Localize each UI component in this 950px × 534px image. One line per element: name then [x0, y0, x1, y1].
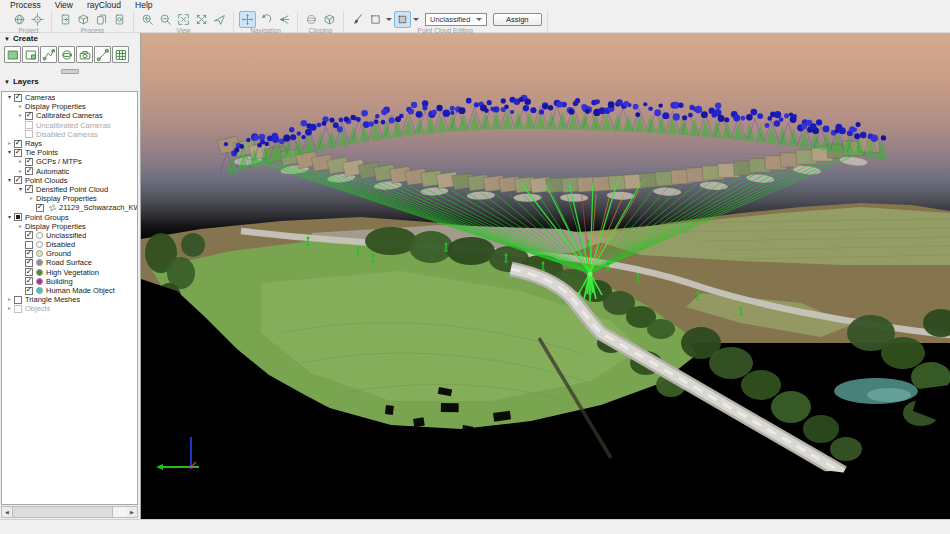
expander-icon[interactable]: ▸: [16, 111, 25, 120]
zoom-out-icon[interactable]: [157, 11, 174, 28]
layer-item-cameras[interactable]: ▾✓Cameras: [2, 93, 137, 102]
layer-checkbox[interactable]: ✓: [36, 204, 44, 212]
clip-sphere-icon[interactable]: [303, 11, 320, 28]
menu-view[interactable]: View: [48, 0, 80, 11]
expander-icon[interactable]: ▸: [27, 194, 36, 203]
layer-item-gcps-mtps[interactable]: ▸✓GCPs / MTPs: [2, 157, 137, 166]
layer-item-tie-points[interactable]: ▾✓Tie Points: [2, 148, 137, 157]
layer-item-high-vegetation[interactable]: ✓High Vegetation: [2, 268, 137, 277]
layer-item-triangle-meshes[interactable]: ▸Triangle Meshes: [2, 295, 137, 304]
layer-checkbox[interactable]: ✓: [25, 167, 33, 175]
layer-checkbox[interactable]: [14, 305, 22, 313]
expander-icon[interactable]: ▾: [16, 185, 25, 194]
layer-item-point-groups[interactable]: ▾Point Groups: [2, 212, 137, 221]
layer-item-display-properties[interactable]: ▸Display Properties: [2, 222, 137, 231]
layer-checkbox[interactable]: [25, 121, 33, 129]
expander-icon[interactable]: ▸: [5, 295, 14, 304]
pan-view-icon[interactable]: [239, 11, 256, 28]
camera-rig-icon[interactable]: [76, 46, 93, 63]
expander-icon[interactable]: ▸: [5, 304, 14, 313]
poly-select-icon[interactable]: [394, 11, 411, 28]
layer-checkbox[interactable]: ✓: [25, 158, 33, 166]
expander-icon[interactable]: ▸: [16, 157, 25, 166]
layer-checkbox[interactable]: ✓: [25, 112, 33, 120]
dropdown-arrow-icon[interactable]: [386, 18, 392, 21]
layer-checkbox[interactable]: [25, 130, 33, 138]
panel-splitter[interactable]: [0, 68, 140, 74]
expander-icon[interactable]: ▾: [5, 93, 14, 102]
processing-cube-icon[interactable]: [75, 11, 92, 28]
layer-checkbox[interactable]: [14, 213, 22, 221]
layer-item-point-clouds[interactable]: ▾✓Point Clouds: [2, 176, 137, 185]
3d-viewport[interactable]: [141, 33, 950, 519]
layer-checkbox[interactable]: ✓: [25, 287, 33, 295]
assign-button[interactable]: Assign: [493, 13, 542, 26]
layer-item-objects[interactable]: ▸Objects: [2, 304, 137, 313]
view-back-icon[interactable]: [257, 11, 274, 28]
splitter-handle[interactable]: [61, 69, 79, 74]
grid-icon[interactable]: [112, 46, 129, 63]
processing-doc-icon[interactable]: [57, 11, 74, 28]
scroll-left-icon[interactable]: ◀: [2, 507, 12, 517]
recenter-icon[interactable]: [29, 11, 46, 28]
layer-checkbox[interactable]: ✓: [25, 185, 33, 193]
layer-item-disabled-cameras[interactable]: Disabled Cameras: [2, 130, 137, 139]
processing-sync-icon[interactable]: [111, 11, 128, 28]
plane-icon[interactable]: [22, 46, 39, 63]
layers-panel-header[interactable]: ▼ Layers: [0, 76, 140, 87]
layer-checkbox[interactable]: ✓: [14, 94, 22, 102]
layer-checkbox[interactable]: ✓: [25, 231, 33, 239]
menu-process[interactable]: Process: [3, 0, 48, 11]
layer-item-building[interactable]: ✓Building: [2, 277, 137, 286]
layer-label: Disabled Cameras: [36, 130, 98, 139]
layer-item-unclassified[interactable]: ✓Unclassified: [2, 231, 137, 240]
layer-item-display-properties[interactable]: ▸Display Properties: [2, 102, 137, 111]
expander-icon[interactable]: ▸: [16, 102, 25, 111]
layer-item-disabled[interactable]: Disabled: [2, 240, 137, 249]
surface-icon[interactable]: [4, 46, 21, 63]
layer-item-ground[interactable]: ✓Ground: [2, 249, 137, 258]
scrollbar-thumb[interactable]: [12, 507, 113, 517]
scrollbar-track[interactable]: [113, 507, 127, 517]
menu-raycloud[interactable]: rayCloud: [80, 0, 128, 11]
scroll-right-icon[interactable]: ▶: [127, 507, 137, 517]
horizontal-scrollbar[interactable]: ◀ ▶: [1, 506, 138, 518]
zoom-in-icon[interactable]: [139, 11, 156, 28]
line-icon[interactable]: [94, 46, 111, 63]
layer-item-21129-schwarzach-kw-ma[interactable]: ✓21129_Schwarzach_KW_Maß: [2, 203, 137, 212]
layer-item-uncalibrated-cameras[interactable]: Uncalibrated Cameras: [2, 121, 137, 130]
fly-view-icon[interactable]: [211, 11, 228, 28]
layer-item-human-made-object[interactable]: ✓Human Made Object: [2, 286, 137, 295]
expander-icon[interactable]: ▸: [5, 139, 14, 148]
fit-view-icon[interactable]: [175, 11, 192, 28]
layer-item-rays[interactable]: ▸✓Rays: [2, 139, 137, 148]
layer-item-road-surface[interactable]: ✓Road Surface: [2, 258, 137, 267]
expander-icon[interactable]: ▸: [16, 222, 25, 231]
dropdown-arrow-icon[interactable]: [413, 18, 419, 21]
layer-checkbox[interactable]: ✓: [25, 259, 33, 267]
expander-icon[interactable]: ▾: [5, 176, 14, 185]
layer-item-display-properties[interactable]: ▸Display Properties: [2, 194, 137, 203]
classification-select[interactable]: Unclassified: [425, 13, 487, 26]
rect-select-icon[interactable]: [367, 11, 384, 28]
volume-icon[interactable]: [58, 46, 75, 63]
layer-checkbox[interactable]: ✓: [25, 268, 33, 276]
open-project-icon[interactable]: [11, 11, 28, 28]
layer-item-densified-point-cloud[interactable]: ▾✓Densified Point Cloud: [2, 185, 137, 194]
toolbar-group-clipping: Clipping: [298, 11, 344, 32]
reset-view-icon[interactable]: [193, 11, 210, 28]
polyline-icon[interactable]: [40, 46, 57, 63]
processing-copy-icon[interactable]: [93, 11, 110, 28]
look-at-icon[interactable]: [275, 11, 292, 28]
layer-item-automatic[interactable]: ▸✓Automatic: [2, 167, 137, 176]
clip-box-icon[interactable]: [321, 11, 338, 28]
layer-checkbox[interactable]: ✓: [14, 149, 22, 157]
menu-help[interactable]: Help: [128, 0, 159, 11]
layer-checkbox[interactable]: ✓: [14, 176, 22, 184]
expander-icon[interactable]: ▾: [5, 213, 14, 222]
layer-item-calibrated-cameras[interactable]: ▸✓Calibrated Cameras: [2, 111, 137, 120]
brush-icon[interactable]: [349, 11, 366, 28]
layer-checkbox[interactable]: [14, 296, 22, 304]
create-panel-header[interactable]: ▼ Create: [0, 33, 140, 44]
expander-icon[interactable]: ▾: [5, 148, 14, 157]
